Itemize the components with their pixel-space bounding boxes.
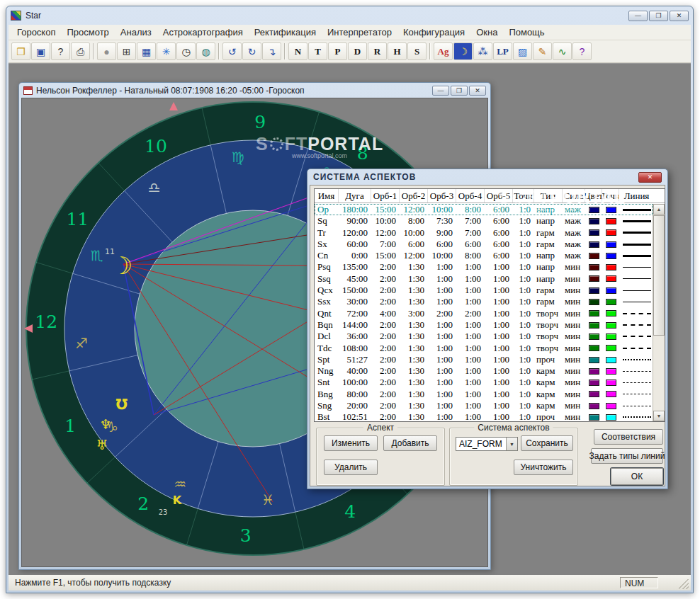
accuracy-color-swatch[interactable] [602,239,619,250]
chart-maximize-button[interactable]: ❐ [451,86,468,96]
accuracy-color-swatch[interactable] [602,296,619,307]
aspect-row[interactable]: Bst102:512:001:301:001:001:001:0прочмин [315,411,653,421]
pencil-icon[interactable]: ✎ [533,42,552,60]
aspect-row[interactable]: Tdc108:002:001:301:001:001:001:0творчмин [315,343,653,354]
aspect-row[interactable]: Sx60:007:006:006:006:006:001:0гарммаж [315,239,653,250]
menu-item-4[interactable]: Астрокартография [157,25,249,40]
aspect-color-swatch[interactable] [585,227,602,239]
accuracy-color-swatch[interactable] [602,411,619,421]
aspect-color-swatch[interactable] [585,273,602,285]
table-scrollbar[interactable]: ▲ ▼ [653,204,665,421]
aspect-color-swatch[interactable] [585,308,602,319]
synastry-chart-button[interactable]: S [407,42,427,60]
aspect-color-swatch[interactable] [585,250,602,261]
aspect-color-swatch[interactable] [585,296,602,307]
menu-item-3[interactable]: Анализ [115,25,157,40]
transit-chart-button[interactable]: T [308,42,327,60]
aspect-color-swatch[interactable] [585,319,602,331]
accuracy-color-swatch[interactable] [602,227,619,239]
accuracy-color-swatch[interactable] [602,377,619,388]
aspect-color-swatch[interactable] [585,411,602,421]
accuracy-color-swatch[interactable] [602,331,619,342]
correspondences-button[interactable]: Соответствия [594,429,663,445]
aspect-color-swatch[interactable] [585,400,602,411]
aspect-row[interactable]: Op180:0015:0012:0010:008:006:001:0напрма… [315,204,653,215]
set-line-types-button[interactable]: Задать типы линий [591,448,663,464]
aspect-row[interactable]: Sng20:002:001:301:001:001:001:0карммин [315,400,653,411]
planet-sphere-icon[interactable]: ● [97,42,116,60]
aspect-row[interactable]: Qcx150:002:001:301:001:001:001:0гарммин [315,285,653,296]
ag-button[interactable]: Ag [434,42,453,60]
aspect-color-swatch[interactable] [585,365,602,377]
aspect-row[interactable]: Ssq45:002:001:301:001:001:001:0напрмин [315,273,653,285]
accuracy-color-swatch[interactable] [602,273,619,285]
aspect-color-swatch[interactable] [585,239,602,250]
menu-item-1[interactable]: Гороскоп [11,25,61,40]
ok-button[interactable]: ОК [611,468,663,485]
accuracy-color-swatch[interactable] [602,389,619,400]
accuracy-color-swatch[interactable] [602,365,619,377]
image-icon[interactable]: ▨ [513,42,532,60]
save-icon[interactable]: ▣ [31,42,50,60]
direction-chart-button[interactable]: D [348,42,367,60]
accuracy-color-swatch[interactable] [602,308,619,319]
help-context-icon[interactable]: ? [51,42,70,60]
matrix-3x3-icon[interactable]: ⊞ [117,42,136,60]
add-aspect-button[interactable]: Добавить [383,435,437,451]
menu-item-6[interactable]: Интерпретатор [322,25,397,40]
minimize-button[interactable]: — [628,11,648,21]
graph-icon[interactable]: ∿ [553,42,572,60]
horary-chart-button[interactable]: H [388,42,407,60]
aspect-color-swatch[interactable] [585,215,602,227]
aspect-color-swatch[interactable] [585,331,602,342]
accuracy-color-swatch[interactable] [602,215,619,227]
chart-minimize-button[interactable]: — [432,86,449,96]
moon-icon[interactable]: ☽ [453,42,473,60]
open-file-icon[interactable]: ❐ [11,42,30,60]
aspect-color-swatch[interactable] [585,377,602,388]
aspect-color-swatch[interactable] [585,285,602,296]
star-snowflake-icon[interactable]: ✳ [157,42,176,60]
menu-item-5[interactable]: Ректификация [249,25,322,40]
globe-icon[interactable]: ◍ [196,42,215,60]
stars-icon[interactable]: ⁂ [473,42,492,60]
aspect-row[interactable]: Qnt72:004:003:002:002:001:001:0творчмин [315,308,653,319]
menu-item-8[interactable]: Окна [470,25,503,40]
clock-icon[interactable]: ◷ [176,42,196,60]
menu-item-9[interactable]: Помощь [503,25,550,40]
system-select[interactable]: AIZ_FORM ▼ [456,437,518,451]
chart-close-button[interactable]: ✕ [469,86,486,96]
close-button[interactable]: ✕ [670,11,689,21]
aspect-row[interactable]: Spt51:272:001:301:001:001:001:0прочмин [315,354,653,365]
accuracy-color-swatch[interactable] [602,285,619,296]
aspect-row[interactable]: Dcl36:002:001:301:001:001:001:0творчмин [315,331,653,342]
aspect-row[interactable]: Bqn144:002:001:301:001:001:001:0творчмин [315,319,653,331]
aspect-color-swatch[interactable] [585,204,602,215]
accuracy-color-swatch[interactable] [602,204,619,215]
rotate-ccw-icon[interactable]: ↺ [222,42,242,60]
accuracy-color-swatch[interactable] [602,250,619,261]
scroll-thumb[interactable] [653,215,665,336]
accuracy-color-swatch[interactable] [602,261,619,273]
help-icon[interactable]: ? [572,42,592,60]
aspect-color-swatch[interactable] [585,343,602,354]
accuracy-color-swatch[interactable] [602,343,619,354]
return-chart-button[interactable]: R [368,42,387,60]
print-icon[interactable]: ⎙ [71,42,90,60]
scroll-down-icon[interactable]: ▼ [653,411,665,421]
accuracy-color-swatch[interactable] [602,354,619,365]
menu-item-7[interactable]: Конфигурация [397,25,470,40]
delete-aspect-button[interactable]: Удалить [324,460,378,475]
aspect-row[interactable]: Cn0:0015:0012:0010:008:006:001:0напрмаж [315,250,653,261]
edit-aspect-button[interactable]: Изменить [324,435,378,451]
save-system-button[interactable]: Сохранить [521,435,573,451]
chevron-down-icon[interactable]: ▼ [506,438,517,450]
table-grid-icon[interactable]: ▦ [137,42,156,60]
rotate-cw-icon[interactable]: ↻ [242,42,261,60]
natal-chart-button[interactable]: N [288,42,307,60]
progression-chart-button[interactable]: P [328,42,347,60]
scroll-up-icon[interactable]: ▲ [653,204,665,215]
accuracy-color-swatch[interactable] [602,319,619,331]
aspect-row[interactable]: Snt100:002:001:301:001:001:001:0карммин [315,377,653,388]
accuracy-color-swatch[interactable] [602,400,619,411]
